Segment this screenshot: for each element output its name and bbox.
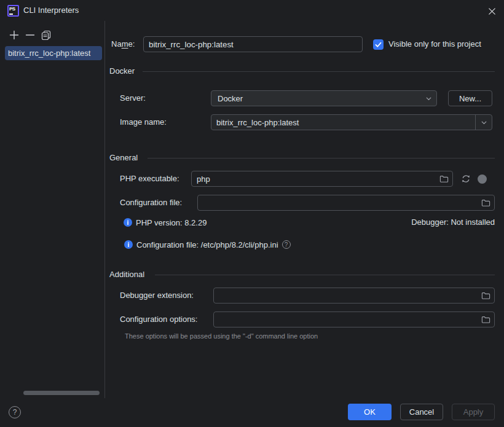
chevron-down-icon [420, 94, 436, 103]
info-icon: i [124, 240, 133, 249]
plus-icon [9, 30, 19, 40]
folder-icon [481, 198, 490, 208]
apply-button[interactable]: Apply [452, 404, 495, 420]
close-icon [487, 7, 497, 16]
docker-section-title: Docker [109, 65, 135, 78]
additional-section-title: Additional [109, 268, 144, 281]
refresh-icon [461, 174, 471, 184]
folder-icon [481, 315, 490, 324]
phpstorm-logo-text: PS [9, 6, 15, 12]
interpreter-status-indicator [478, 174, 487, 184]
browse-folder-button[interactable] [481, 291, 490, 300]
copy-icon [41, 30, 51, 40]
visible-only-checkbox-label[interactable]: Visible only for this project [388, 36, 481, 52]
config-file-input[interactable] [198, 195, 481, 210]
config-options-hint: These options will be passed using the "… [125, 332, 318, 340]
image-name-label: Image name: [120, 114, 167, 130]
general-section-title: General [109, 151, 138, 165]
phpstorm-logo-icon: PS [7, 5, 19, 17]
php-executable-label: PHP executable: [120, 171, 179, 187]
image-name-combobox[interactable] [211, 114, 492, 130]
chevron-down-icon [479, 118, 489, 127]
minus-icon [25, 30, 35, 40]
dialog-title: CLI Interpreters [23, 0, 79, 21]
remove-interpreter-button[interactable] [25, 29, 35, 40]
php-version-text: PHP version: 8.2.29 [136, 218, 207, 227]
additional-section-line [155, 275, 495, 275]
php-executable-field[interactable] [191, 171, 453, 187]
config-file-info-row: i Configuration file: /etc/php/8.2/cli/p… [124, 238, 291, 251]
folder-icon [481, 291, 490, 300]
config-options-field[interactable] [213, 311, 495, 327]
question-help-icon[interactable]: ? [282, 240, 291, 249]
config-file-field[interactable] [197, 195, 495, 211]
php-executable-input[interactable] [192, 171, 439, 186]
general-section-line [148, 158, 495, 159]
checkmark-icon [374, 41, 382, 49]
server-label: Server: [120, 90, 146, 106]
php-version-info-row: i PHP version: 8.2.29 [124, 216, 207, 229]
visible-only-checkbox[interactable] [373, 39, 384, 50]
image-name-input[interactable] [211, 115, 475, 130]
image-name-dropdown-arrow[interactable] [475, 115, 492, 130]
config-options-label: Configuration options: [120, 311, 197, 327]
debugger-extension-label: Debugger extension: [120, 288, 194, 304]
cancel-button[interactable]: Cancel [400, 404, 443, 420]
add-interpreter-button[interactable] [9, 29, 19, 40]
phpstorm-logo-underscore [9, 14, 13, 15]
sidebar-horizontal-scrollbar[interactable] [23, 391, 100, 395]
browse-folder-button[interactable] [439, 174, 449, 184]
reload-phpinfo-button[interactable] [461, 174, 471, 184]
browse-folder-button[interactable] [481, 315, 490, 324]
folder-icon [439, 174, 449, 184]
docker-section-line [143, 71, 495, 72]
server-dropdown[interactable]: Docker [211, 90, 437, 106]
debugger-extension-field[interactable] [213, 288, 495, 304]
help-button[interactable]: ? [9, 406, 21, 418]
close-button[interactable] [487, 6, 497, 16]
debugger-extension-input[interactable] [214, 288, 481, 303]
new-server-button[interactable]: New... [448, 90, 492, 106]
sidebar-divider [104, 21, 105, 398]
info-icon: i [124, 218, 132, 227]
interpreter-list-item[interactable]: bitrix_rrc_loc-php:latest [5, 46, 102, 60]
cli-interpreters-dialog: PS CLI Interpreters bitrix_rrc_loc-php:l… [0, 0, 504, 427]
config-file-path-text: Configuration file: /etc/php/8.2/cli/php… [136, 240, 278, 249]
name-input[interactable] [143, 36, 363, 52]
copy-interpreter-button[interactable] [41, 29, 51, 40]
server-dropdown-value: Docker [218, 94, 420, 103]
ok-button[interactable]: OK [348, 404, 392, 420]
name-label: Name: [111, 36, 135, 52]
config-file-label: Configuration file: [120, 195, 182, 211]
config-options-input[interactable] [214, 312, 481, 327]
browse-folder-button[interactable] [481, 198, 490, 208]
debugger-status-text: Debugger: Not installed [411, 216, 495, 229]
